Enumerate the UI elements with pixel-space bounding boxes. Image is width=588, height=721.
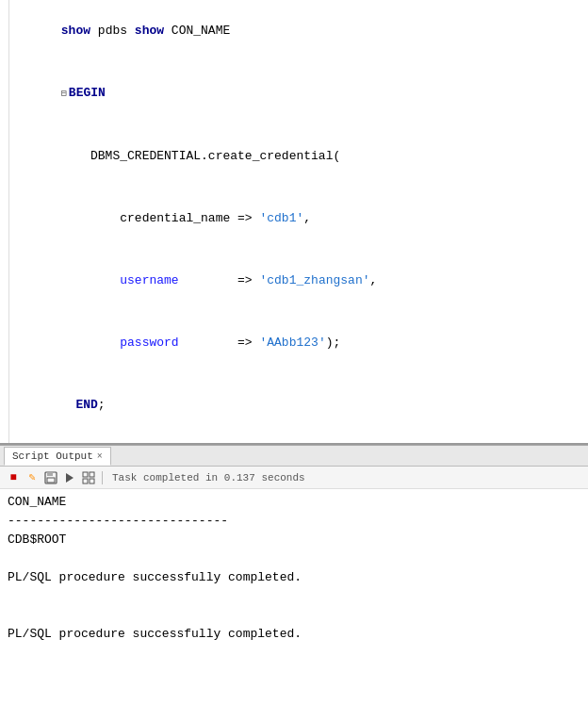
code-text: => [179,273,260,287]
svg-rect-1 [47,472,53,476]
keyword-end1: END [75,398,97,412]
line-content[interactable]: END; [9,374,588,436]
output-line-3: CDB$ROOT [8,531,580,549]
code-line-8: / [0,436,588,445]
line-content[interactable]: credential_name => 'cdb1', [9,188,588,250]
param-val1: 'cdb1' [259,211,303,225]
keyword-password1: password [61,336,179,350]
code-editor: show pdbs show CON_NAME ⊟BEGIN DBMS_CRED… [0,0,588,445]
svg-rect-6 [83,479,88,483]
line-content[interactable]: show pdbs show CON_NAME [9,0,588,62]
closing1: ); [326,336,341,350]
keyword-begin1: BEGIN [69,86,106,100]
svg-rect-2 [47,478,55,483]
line-gutter [0,250,9,312]
line-gutter [0,374,9,436]
line-content[interactable]: password => 'AAbb123'); [9,312,588,374]
line-content[interactable]: username => 'cdb1_zhangsan', [9,250,588,312]
code-line-7: END; [0,374,588,436]
output-line-5: PL/SQL procedure successfully completed. [8,568,580,587]
output-line-6 [8,587,580,606]
toolbar-status: Task completed in 0.137 seconds [112,472,305,483]
grid-icon[interactable] [81,470,96,485]
save-icon[interactable] [43,470,58,485]
code-text: => [179,336,260,350]
output-tab-bar: Script Output × [0,446,588,467]
output-line-8: PL/SQL procedure successfully completed. [8,625,580,644]
run-icon[interactable] [62,470,77,485]
svg-marker-3 [66,473,74,483]
param-val3: 'AAbb123' [259,336,325,350]
indent-space [61,398,76,412]
param-val2: 'cdb1_zhangsan' [259,273,369,287]
output-content: CON_NAME ------------------------------ … [0,489,588,721]
script-output-tab[interactable]: Script Output × [4,447,111,466]
keyword-username1: username [61,273,179,287]
line-gutter [0,188,9,250]
line-content[interactable]: DBMS_CREDENTIAL.create_credential( [9,125,588,188]
comma2: , [370,273,378,287]
output-line-2: ------------------------------ [8,512,580,531]
toolbar-separator [102,471,103,484]
tab-label: Script Output [12,451,93,462]
comma1: , [303,211,311,225]
code-line-6: password => 'AAbb123'); [0,312,588,374]
output-panel: Script Output × ■ ✎ [0,445,588,721]
svg-rect-7 [90,479,94,483]
code-line-5: username => 'cdb1_zhangsan', [0,250,588,312]
stop-icon[interactable]: ■ [6,470,21,485]
collapse-icon[interactable]: ⊟ [61,89,67,99]
line-gutter [0,312,9,374]
code-line-2: ⊟BEGIN [0,62,588,125]
edit-icon[interactable]: ✎ [24,470,40,485]
code-line-1: show pdbs show CON_NAME [0,0,588,62]
code-line-4: credential_name => 'cdb1', [0,188,588,250]
code-text: pdbs [90,24,135,38]
line-content[interactable]: / [9,436,588,445]
svg-rect-5 [90,472,94,477]
line-gutter [0,125,9,188]
output-line-1: CON_NAME [8,493,580,512]
output-toolbar: ■ ✎ Task completed in 0.137 seconds [0,467,588,489]
tab-close-button[interactable]: × [97,451,103,462]
output-line-4 [8,549,580,568]
keyword-show2: show [135,24,164,38]
code-text2: CON_NAME [164,24,230,38]
line-gutter [0,436,9,445]
svg-rect-4 [83,472,88,477]
param-name1: credential_name => [61,211,260,225]
semicolon1: ; [98,398,106,412]
output-line-7 [8,606,580,625]
line-content[interactable]: ⊟BEGIN [9,62,588,125]
line-gutter [0,0,9,62]
code-text: DBMS_CREDENTIAL.create_credential( [61,149,340,163]
code-line-3: DBMS_CREDENTIAL.create_credential( [0,125,588,188]
keyword-show: show [61,24,90,38]
line-gutter [0,62,9,125]
